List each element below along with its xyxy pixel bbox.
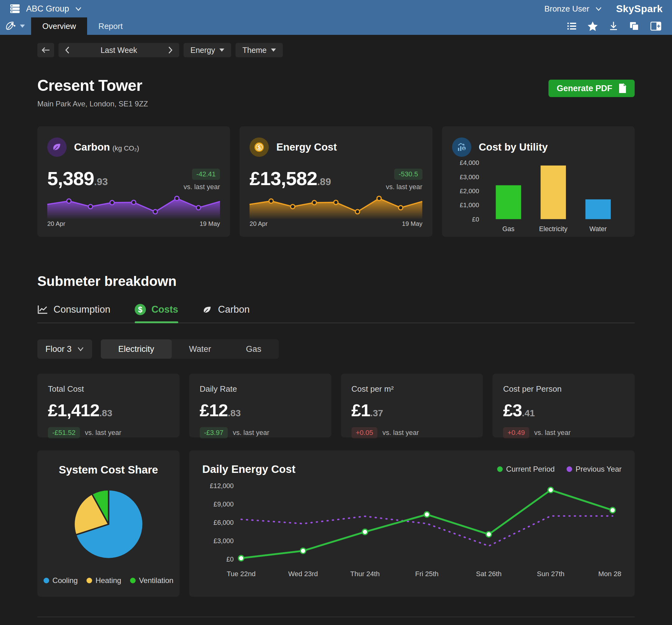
svg-text:£12,000: £12,000 xyxy=(210,482,234,489)
floor-selector[interactable]: Floor 3 xyxy=(37,339,92,359)
energy-coin-icon: $ xyxy=(249,138,269,157)
chevron-down-icon xyxy=(219,49,224,52)
legend-dot-ventilation xyxy=(130,578,136,583)
page-title: Cresent Tower xyxy=(37,76,148,95)
legend-label: Heating xyxy=(96,576,121,585)
stat-label: Cost per Person xyxy=(503,384,624,394)
chevron-left-icon[interactable] xyxy=(65,46,70,54)
carbon-leaf-icon xyxy=(47,138,67,157)
tab-overview[interactable]: Overview xyxy=(31,18,87,35)
theme-dropdown-label: Theme xyxy=(242,46,267,55)
daily-rate-card: Daily Rate £12.83 -£3.97 vs. last year xyxy=(189,374,331,437)
tab-label: Carbon xyxy=(218,304,250,315)
chevron-down-icon[interactable] xyxy=(595,6,602,12)
cost-by-utility-bar-chart: £4,000£3,000£2,000£1,000£0GasElectricity… xyxy=(452,159,625,239)
energy-dropdown[interactable]: Energy xyxy=(184,43,231,57)
utility-chart-icon: $ xyxy=(452,138,471,157)
org-stack-icon xyxy=(9,3,21,14)
stat-value: £12.83 xyxy=(200,400,321,420)
carbon-card: Carbon(kg CO₂) 5,389.93 -42.41 vs. last … xyxy=(37,126,230,237)
user-menu[interactable]: Bronze User xyxy=(545,4,590,14)
stat-value: £1.37 xyxy=(352,400,473,420)
carbon-delta-badge: -42.41 xyxy=(192,169,220,180)
utility-option-water[interactable]: Water xyxy=(172,339,229,359)
favorites-star-icon[interactable] xyxy=(587,21,598,31)
top-bar: ABC Group Bronze User SkySpark xyxy=(0,0,672,18)
legend-dot-previous-year xyxy=(567,466,572,472)
skyspark-logo: SkySpark xyxy=(616,3,663,15)
legend-dot-heating xyxy=(87,578,92,583)
stat-label: Cost per m² xyxy=(352,384,473,394)
stat-label: Daily Rate xyxy=(200,384,321,394)
chevron-down-icon xyxy=(271,49,276,52)
tab-bar: Overview Report xyxy=(0,18,672,35)
pdf-file-icon xyxy=(618,83,627,94)
org-selector[interactable]: ABC Group xyxy=(9,3,82,14)
tab-report[interactable]: Report xyxy=(87,18,134,35)
svg-text:Thur 24th: Thur 24th xyxy=(350,570,380,578)
theme-dropdown[interactable]: Theme xyxy=(236,43,283,57)
tab-costs[interactable]: $ Costs xyxy=(135,304,178,322)
energy-value: £13,582.89 xyxy=(249,167,331,189)
svg-text:£2,000: £2,000 xyxy=(459,188,479,194)
carbon-unit: (kg CO₂) xyxy=(113,144,139,152)
svg-text:£6,000: £6,000 xyxy=(213,519,234,526)
svg-text:Fri 25th: Fri 25th xyxy=(415,570,439,578)
pie-legend: Cooling Heating Ventilation xyxy=(37,576,179,585)
utility-option-electricity[interactable]: Electricity xyxy=(101,339,172,359)
tab-carbon[interactable]: Carbon xyxy=(202,304,250,322)
stat-delta-badge: +0.49 xyxy=(503,427,529,438)
copy-panes-icon[interactable] xyxy=(629,21,640,31)
back-button[interactable] xyxy=(37,43,54,57)
chevron-right-icon[interactable] xyxy=(168,46,173,54)
tab-consumption[interactable]: Consumption xyxy=(37,304,111,322)
stat-delta-label: vs. last year xyxy=(85,429,121,437)
generate-pdf-label: Generate PDF xyxy=(557,84,612,93)
menu-list-icon[interactable] xyxy=(567,22,577,31)
tab-label: Consumption xyxy=(53,304,111,315)
costs-dollar-icon: $ xyxy=(135,304,146,315)
stat-label: Total Cost xyxy=(48,384,169,394)
back-arrow-icon xyxy=(41,46,50,54)
main-content: Last Week Energy Theme Cresent Tower Mai… xyxy=(0,35,672,597)
chevron-down-icon xyxy=(75,6,82,12)
carbon-sparkline-chart xyxy=(47,189,220,219)
app-switcher[interactable] xyxy=(0,18,31,35)
total-cost-card: Total Cost £1,412.83 -£51.52 vs. last ye… xyxy=(37,374,179,437)
org-name: ABC Group xyxy=(26,4,69,14)
period-label: Last Week xyxy=(100,46,137,55)
spark-end-date: 19 May xyxy=(402,220,423,227)
submeter-filters: Floor 3 Electricity Water Gas xyxy=(37,339,635,359)
svg-text:£3,000: £3,000 xyxy=(459,174,479,181)
energy-dropdown-label: Energy xyxy=(190,46,215,55)
cost-by-utility-card: $ Cost by Utility £4,000£3,000£2,000£1,0… xyxy=(442,126,635,237)
spark-start-date: 20 Apr xyxy=(47,220,65,227)
utility-segmented-control: Electricity Water Gas xyxy=(101,339,279,359)
energy-delta-badge: -530.5 xyxy=(394,169,422,180)
stat-delta-badge: -£51.52 xyxy=(48,427,80,438)
stat-cards: Total Cost £1,412.83 -£51.52 vs. last ye… xyxy=(37,374,635,437)
system-cost-share-card: System Cost Share Cooling Heating Ventil… xyxy=(37,451,179,597)
svg-text:Electricity: Electricity xyxy=(539,225,567,233)
download-icon[interactable] xyxy=(608,21,619,31)
period-selector[interactable]: Last Week xyxy=(58,43,179,57)
carbon-tab-leaf-icon xyxy=(202,305,213,314)
svg-text:Wed 23rd: Wed 23rd xyxy=(288,570,318,578)
utility-option-gas[interactable]: Gas xyxy=(229,339,279,359)
utility-card-title: Cost by Utility xyxy=(479,141,548,153)
new-pane-icon[interactable] xyxy=(650,21,662,31)
cost-per-m2-card: Cost per m² £1.37 +0.05 vs. last year xyxy=(341,374,483,437)
svg-text:£3,000: £3,000 xyxy=(213,537,234,545)
tab-label: Report xyxy=(98,22,123,31)
stat-delta-label: vs. last year xyxy=(233,429,269,437)
daily-energy-cost-card: Daily Energy Cost Current Period Previou… xyxy=(189,451,635,597)
svg-text:$: $ xyxy=(258,144,261,150)
generate-pdf-button[interactable]: Generate PDF xyxy=(549,80,635,97)
svg-text:Gas: Gas xyxy=(502,225,514,233)
svg-text:Water: Water xyxy=(589,225,607,233)
chevron-down-icon xyxy=(77,346,84,352)
legend-label: Ventilation xyxy=(139,576,174,585)
green-analytics-leaf-icon xyxy=(5,20,17,32)
stat-delta-badge: +0.05 xyxy=(352,427,378,438)
tab-label: Costs xyxy=(151,304,178,315)
